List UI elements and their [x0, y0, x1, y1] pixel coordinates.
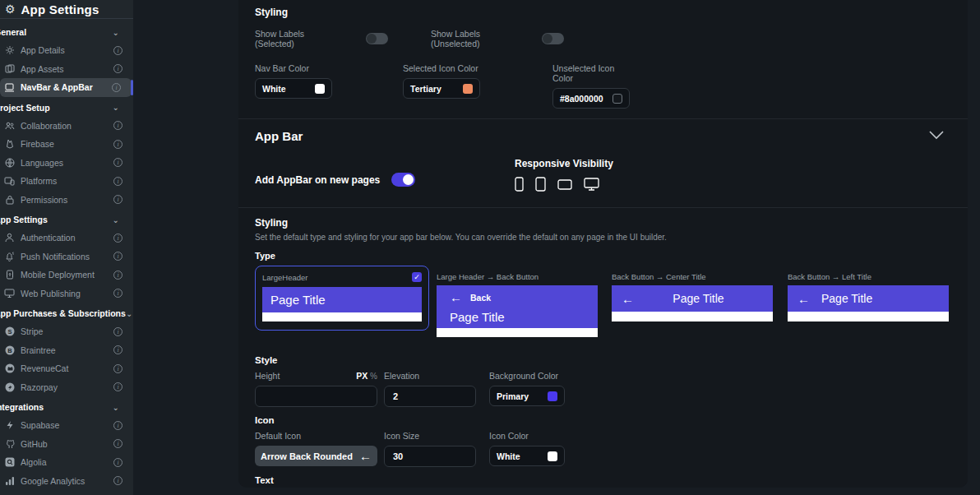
- text-heading: Text: [255, 475, 951, 485]
- phone-icon[interactable]: [515, 177, 524, 195]
- appbar-type-back-center-title[interactable]: Back Button → Center Title ←Page Title: [612, 266, 773, 322]
- app-assets-icon: [4, 63, 15, 74]
- google-analytics-icon: [4, 475, 15, 486]
- sidebar-item-push-notifications[interactable]: Push Notifications i: [0, 248, 133, 266]
- unselected-icon-color-label: Unselected Icon Color: [552, 63, 630, 83]
- preview-page-title: Page Title: [270, 293, 326, 307]
- sidebar-item-github[interactable]: GitHub i: [0, 435, 133, 454]
- appbar-heading: App Bar: [255, 129, 303, 143]
- appbar-preview: ←Page Title: [788, 285, 949, 322]
- sidebar-item-stripe[interactable]: S Stripe i: [0, 322, 133, 341]
- sidebar-section-project-setup[interactable]: Project Setup ⌄: [0, 99, 127, 117]
- add-appbar-toggle[interactable]: [391, 173, 415, 187]
- color-value: White: [262, 84, 286, 94]
- sidebar-item-supabase[interactable]: Supabase i: [0, 416, 133, 435]
- sidebar-item-web-publishing[interactable]: Web Publishing i: [0, 285, 133, 303]
- unit-px[interactable]: PX: [356, 371, 368, 381]
- selected-icon-color-label: Selected Icon Color: [403, 63, 480, 73]
- info-icon[interactable]: i: [113, 234, 122, 243]
- sidebar-section-integrations[interactable]: Integrations ⌄: [0, 398, 127, 416]
- info-icon[interactable]: i: [113, 364, 122, 373]
- sidebar-item-label: Braintree: [21, 345, 113, 355]
- info-icon[interactable]: i: [113, 177, 122, 186]
- sidebar-item-permissions[interactable]: Permissions i: [0, 191, 133, 210]
- sidebar-item-firebase[interactable]: Firebase i: [0, 135, 133, 154]
- default-icon-value: Arrow Back Rounded: [261, 451, 353, 461]
- height-input[interactable]: [255, 386, 377, 407]
- info-icon[interactable]: i: [113, 289, 122, 298]
- mobile-deployment-icon: [4, 270, 15, 280]
- elevation-label: Elevation: [384, 371, 419, 381]
- sidebar-item-app-assets[interactable]: App Assets i: [0, 60, 133, 79]
- unselected-icon-color-select[interactable]: #8a000000: [552, 88, 630, 109]
- sidebar-item-braintree[interactable]: B Braintree i: [0, 341, 133, 360]
- selected-icon-color-select[interactable]: Tertiary: [403, 78, 480, 99]
- default-icon-button[interactable]: Arrow Back Rounded←: [255, 446, 377, 466]
- info-icon[interactable]: i: [113, 382, 122, 391]
- sidebar-section-app-settings[interactable]: App Settings ⌄: [0, 210, 127, 229]
- sidebar-section-general[interactable]: General ⌄: [0, 23, 127, 41]
- checkbox-checked-icon[interactable]: ✓: [412, 272, 422, 282]
- background-color-select[interactable]: Primary: [489, 386, 565, 406]
- appbar-preview: ←Back Page Title: [437, 285, 598, 337]
- unit-percent[interactable]: %: [370, 372, 377, 381]
- type-card-label: Back Button → Left Title: [788, 272, 871, 281]
- info-icon[interactable]: i: [113, 64, 122, 73]
- collaboration-icon: [4, 120, 15, 131]
- sidebar-item-label: Permissions: [21, 195, 113, 205]
- sidebar-item-app-details[interactable]: App Details i: [0, 41, 133, 60]
- tablet-landscape-icon[interactable]: [557, 178, 572, 193]
- github-icon: [4, 438, 15, 449]
- show-labels-unselected-toggle[interactable]: [542, 33, 564, 44]
- sidebar-item-collaboration[interactable]: Collaboration i: [0, 117, 133, 136]
- info-icon[interactable]: i: [113, 271, 122, 280]
- elevation-input[interactable]: [384, 386, 476, 407]
- sidebar-item-authentication[interactable]: Authentication i: [0, 229, 133, 248]
- icon-color-select[interactable]: White: [489, 446, 565, 466]
- sidebar-item-razorpay[interactable]: Razorpay i: [0, 378, 133, 397]
- tablet-portrait-icon[interactable]: [535, 177, 546, 195]
- info-icon[interactable]: i: [113, 158, 122, 167]
- sidebar-item-algolia[interactable]: Algolia i: [0, 453, 133, 472]
- info-icon[interactable]: i: [113, 140, 122, 149]
- sidebar-item-mobile-deployment[interactable]: Mobile Deployment i: [0, 266, 133, 285]
- appbar-type-back-left-title[interactable]: Back Button → Left Title ←Page Title: [788, 266, 949, 322]
- sidebar-section-app-purchases[interactable]: App Purchases & Subscriptions ⌄: [0, 304, 127, 322]
- icon-size-input[interactable]: [384, 446, 476, 467]
- sidebar-item-label: Authentication: [21, 233, 113, 243]
- sidebar-item-platforms[interactable]: Platforms i: [0, 172, 133, 191]
- background-color-label: Background Color: [489, 371, 558, 381]
- appbar-type-largeheader[interactable]: LargeHeader ✓ Page Title: [255, 266, 429, 331]
- sidebar-item-google-analytics[interactable]: Google Analytics i: [0, 472, 133, 491]
- svg-text:S: S: [7, 328, 12, 335]
- appbar-styling-description: Set the default type and styling for you…: [255, 233, 951, 242]
- info-icon[interactable]: i: [113, 345, 122, 354]
- info-icon[interactable]: i: [113, 439, 122, 448]
- info-icon[interactable]: i: [113, 195, 122, 204]
- stripe-icon: S: [4, 326, 15, 337]
- show-labels-unselected-label: Show Labels (Unselected): [431, 29, 529, 49]
- nav-bar-color-select[interactable]: White: [255, 78, 332, 99]
- info-icon[interactable]: i: [113, 46, 122, 55]
- navbar-appbar-icon: [4, 82, 15, 93]
- chevron-down-icon[interactable]: [928, 128, 945, 143]
- color-swatch: [548, 391, 557, 401]
- info-icon[interactable]: i: [113, 476, 122, 485]
- sidebar-item-revenuecat[interactable]: RevenueCat i: [0, 359, 133, 378]
- info-icon[interactable]: i: [113, 121, 122, 130]
- color-swatch: [548, 451, 557, 461]
- info-icon[interactable]: i: [112, 83, 121, 92]
- appbar-styling-heading: Styling: [255, 217, 951, 229]
- info-icon[interactable]: i: [113, 327, 122, 336]
- appbar-type-largeheader-back[interactable]: Large Header → Back Button ←Back Page Ti…: [437, 266, 598, 337]
- appbar-section-header[interactable]: App Bar: [255, 119, 951, 151]
- desktop-icon[interactable]: [584, 178, 599, 194]
- sidebar-item-navbar-appbar[interactable]: NavBar & AppBar i: [0, 78, 132, 97]
- info-icon[interactable]: i: [113, 252, 122, 261]
- show-labels-selected-toggle[interactable]: [366, 33, 388, 44]
- sidebar-item-languages[interactable]: Languages i: [0, 154, 133, 173]
- info-icon[interactable]: i: [113, 421, 122, 430]
- info-icon[interactable]: i: [113, 458, 122, 467]
- type-card-label: LargeHeader: [262, 273, 307, 282]
- icon-color-label: Icon Color: [489, 431, 529, 441]
